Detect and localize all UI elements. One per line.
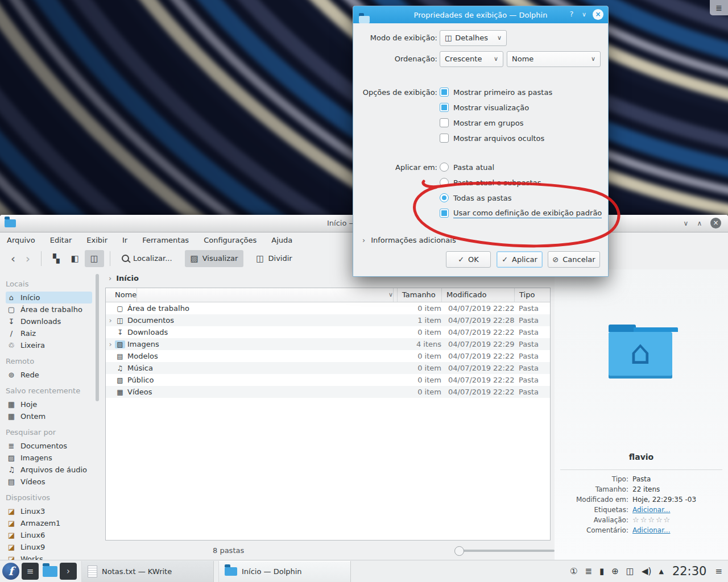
icons-view-button[interactable]: ▚: [47, 250, 65, 267]
localizar-button[interactable]: Localizar...: [116, 251, 178, 266]
show-folders-first-checkbox[interactable]: [440, 88, 449, 97]
panel-settings-icon[interactable]: ≡: [715, 566, 722, 576]
removable-device-icon[interactable]: ▮: [599, 566, 604, 576]
sidebar-item-armazem1[interactable]: ◪Armazem1: [6, 517, 102, 529]
zoom-slider-knob[interactable]: [454, 546, 464, 556]
menu-ferramentas[interactable]: Ferramentas: [142, 236, 189, 244]
section-remoto: Remoto: [6, 357, 102, 365]
table-row[interactable]: ↧Downloads0 item04/07/2019 22:22Pasta: [106, 326, 550, 338]
sidebar-item-videos[interactable]: ▤Vídeos: [6, 476, 102, 488]
visualizar-button[interactable]: ▨ Visualizar: [185, 250, 244, 267]
table-row[interactable]: ›▨Imagens4 itens04/07/2019 22:29Pasta: [106, 338, 550, 350]
menu-arquivo[interactable]: Arquivo: [7, 236, 35, 244]
sidebar-item-hoje[interactable]: ▦Hoje: [6, 398, 102, 410]
terminal-launcher-icon[interactable]: ›: [60, 563, 77, 580]
all-folders-radio[interactable]: [440, 193, 449, 202]
sidebar-item-imagens[interactable]: ▨Imagens: [6, 452, 102, 464]
breadcrumb[interactable]: › Início: [109, 274, 139, 282]
rating-stars[interactable]: ☆☆☆☆☆: [632, 516, 671, 524]
sidebar-item-downloads[interactable]: ↧Downloads: [6, 315, 102, 327]
menu-configuracoes[interactable]: Configurações: [204, 236, 257, 244]
expand-icon[interactable]: ›: [106, 340, 115, 348]
details-view-button[interactable]: ◫: [85, 250, 104, 267]
task-dolphin[interactable]: Início — Dolphin: [218, 561, 351, 582]
show-hidden-files-checkbox[interactable]: [440, 134, 449, 143]
option-label[interactable]: Mostrar visualização: [453, 103, 529, 112]
table-row[interactable]: ›◫Documentos1 item04/07/2019 22:28Pasta: [106, 314, 550, 326]
dialog-titlebar[interactable]: Propriedades de exibição — Dolphin ? ∨ ×: [353, 6, 608, 23]
option-label[interactable]: Todas as pastas: [453, 194, 512, 202]
show-preview-checkbox[interactable]: [440, 103, 449, 112]
menu-editar[interactable]: Editar: [50, 236, 72, 244]
show-in-groups-checkbox[interactable]: [440, 118, 449, 127]
sidebar-item-rede[interactable]: ⊚Rede: [6, 369, 102, 381]
sidebar-item-linux6[interactable]: ◪Linux6: [6, 529, 102, 541]
dolphin-launcher-icon[interactable]: [43, 566, 57, 577]
sidebar-scrollbar[interactable]: [96, 274, 99, 401]
sidebar-item-linux9[interactable]: ◪Linux9: [6, 541, 102, 553]
dividir-button[interactable]: ◫ Dividir: [250, 250, 297, 267]
forward-icon[interactable]: ›: [20, 252, 35, 265]
add-comment-link[interactable]: Adicionar...: [632, 526, 670, 534]
desktop-toolbox-icon[interactable]: ≣: [710, 0, 728, 15]
file-modified: 04/07/2019 22:22: [448, 364, 519, 372]
table-row[interactable]: ♫Música0 item04/07/2019 22:22Pasta: [106, 362, 550, 374]
menu-ir[interactable]: Ir: [122, 236, 127, 244]
table-row[interactable]: ▦Vídeos0 item04/07/2019 22:22Pasta: [106, 386, 550, 398]
sidebar-item-arquivos-de-audio[interactable]: ♫Arquivos de áudio: [6, 464, 102, 476]
dialog-close-button[interactable]: ×: [593, 9, 603, 20]
menu-exibir[interactable]: Exibir: [86, 236, 107, 244]
fedora-menu-icon[interactable]: f: [2, 563, 19, 580]
sidebar-item-inicio[interactable]: ⌂Início: [6, 292, 92, 304]
expand-tray-icon[interactable]: ▲: [659, 568, 663, 575]
header-nome[interactable]: Nome ∨: [106, 288, 398, 302]
notifications-icon[interactable]: ①: [570, 566, 577, 576]
compact-view-button[interactable]: ◧: [65, 250, 85, 267]
sidebar-item-raiz[interactable]: /Raiz: [6, 327, 102, 339]
sort-by-combo[interactable]: Nome ∨: [507, 51, 601, 67]
zoom-slider[interactable]: [456, 550, 555, 552]
option-label[interactable]: Pasta atual e subpastas: [453, 178, 541, 187]
maximize-button[interactable]: ∧: [694, 218, 705, 228]
clock[interactable]: 22:30: [672, 564, 707, 578]
option-label[interactable]: Mostrar primeiro as pastas: [453, 88, 552, 97]
use-as-default-checkbox[interactable]: [440, 209, 449, 218]
additional-info-expander[interactable]: › Informações adicionais: [362, 236, 456, 244]
view-mode-combo[interactable]: ◫ Detalhes ∨: [440, 30, 507, 46]
option-label[interactable]: Mostrar em grupos: [453, 119, 523, 127]
current-and-subfolders-radio[interactable]: [440, 178, 449, 187]
current-folder-radio[interactable]: [440, 163, 449, 172]
updates-icon[interactable]: ⊕: [611, 566, 619, 576]
apply-button[interactable]: ✓ Aplicar: [497, 251, 543, 268]
back-icon[interactable]: ‹: [6, 252, 20, 265]
option-label[interactable]: Mostrar arquivos ocultos: [453, 134, 544, 143]
settings-launcher-icon[interactable]: ≡: [22, 563, 39, 580]
header-tipo[interactable]: Tipo: [515, 288, 550, 302]
sidebar-item-lixeira[interactable]: ♲Lixeira: [6, 339, 102, 351]
table-row[interactable]: ▧Público0 item04/07/2019 22:22Pasta: [106, 374, 550, 386]
ok-button[interactable]: ✓ OK: [446, 251, 491, 268]
table-row[interactable]: ▤Modelos0 item04/07/2019 22:22Pasta: [106, 350, 550, 362]
minimize-button[interactable]: ∨: [680, 218, 692, 228]
close-button[interactable]: ×: [710, 218, 721, 228]
sort-order-combo[interactable]: Crescente ∨: [440, 51, 503, 67]
network-icon[interactable]: ◫: [626, 566, 634, 576]
table-row[interactable]: ▢Área de trabalho0 item04/07/2019 22:22P…: [106, 302, 550, 314]
task-kwrite[interactable]: Notas.txt — KWrite: [81, 561, 214, 582]
sidebar-item-documentos[interactable]: ≣Documentos: [6, 440, 102, 452]
expand-icon[interactable]: ›: [106, 316, 115, 325]
sidebar-item-linux3[interactable]: ◪Linux3: [6, 505, 102, 517]
volume-icon[interactable]: ◀): [642, 566, 651, 576]
cancel-button[interactable]: ⊘ Cancelar: [548, 251, 600, 268]
option-label[interactable]: Pasta atual: [453, 163, 494, 172]
option-label[interactable]: Usar como definição de exibição padrão: [453, 209, 602, 218]
add-tags-link[interactable]: Adicionar...: [632, 506, 670, 514]
shade-icon[interactable]: ∨: [580, 10, 589, 20]
menu-ajuda[interactable]: Ajuda: [271, 236, 292, 244]
header-tamanho[interactable]: Tamanho: [398, 288, 442, 302]
clipboard-icon[interactable]: ≣: [585, 566, 592, 576]
sidebar-item-area-de-trabalho[interactable]: ▢Área de trabalho: [6, 304, 102, 315]
header-modificado[interactable]: Modificado: [442, 288, 515, 302]
help-icon[interactable]: ?: [567, 10, 576, 18]
sidebar-item-ontem[interactable]: ▦Ontem: [6, 410, 102, 422]
